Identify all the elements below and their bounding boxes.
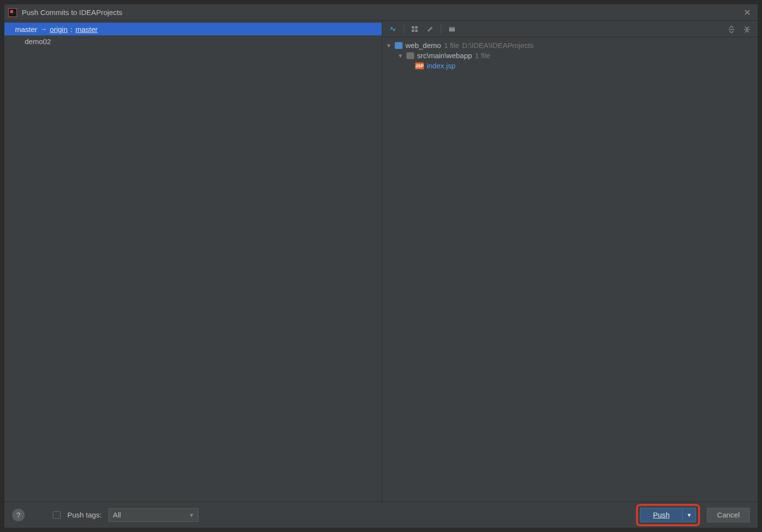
folder-icon xyxy=(406,52,414,59)
file-tree: ▼ web_demo 1 file D:\IDEA\IDEAProjects ▼… xyxy=(382,37,758,74)
chevron-down-icon: ▼ xyxy=(386,43,392,48)
dialog-footer: ? Push tags: All ▼ Push ▼ Cancel xyxy=(4,501,758,528)
files-toolbar xyxy=(382,21,758,37)
svg-rect-0 xyxy=(412,26,414,29)
remote-branch: master xyxy=(76,25,98,33)
chevron-down-icon: ▼ xyxy=(398,53,404,59)
intellij-icon xyxy=(8,8,17,17)
tree-file[interactable]: JSP index.jsp xyxy=(386,61,754,71)
push-tags-select[interactable]: All ▼ xyxy=(109,508,199,522)
group-by-icon[interactable] xyxy=(408,23,421,35)
push-dialog: Push Commits to IDEAProjects ✕ master → … xyxy=(4,4,758,528)
svg-rect-5 xyxy=(449,27,455,28)
module-icon xyxy=(395,42,403,49)
push-dropdown-icon[interactable]: ▼ xyxy=(682,508,696,522)
arrow-icon: → xyxy=(40,25,47,33)
tree-root[interactable]: ▼ web_demo 1 file D:\IDEA\IDEAProjects xyxy=(386,40,754,50)
cancel-button[interactable]: Cancel xyxy=(707,508,750,522)
root-meta: 1 file xyxy=(444,41,459,49)
root-path: D:\IDEA\IDEAProjects xyxy=(462,41,534,49)
commits-pane: master → origin : master demo02 xyxy=(4,21,382,501)
chevron-down-icon: ▼ xyxy=(189,512,194,518)
show-diff-icon[interactable] xyxy=(386,23,400,35)
separator xyxy=(404,24,404,34)
svg-rect-1 xyxy=(415,26,418,29)
files-pane: ▼ web_demo 1 file D:\IDEA\IDEAProjects ▼… xyxy=(382,21,758,501)
dialog-body: master → origin : master demo02 xyxy=(4,21,758,501)
collapse-all-icon[interactable] xyxy=(740,23,754,35)
titlebar: Push Commits to IDEAProjects ✕ xyxy=(4,4,758,21)
branch-row[interactable]: master → origin : master xyxy=(4,23,382,35)
select-value: All xyxy=(113,511,121,519)
push-tags-label: Push tags: xyxy=(67,511,102,519)
separator xyxy=(441,24,441,34)
dialog-title: Push Commits to IDEAProjects xyxy=(22,8,741,16)
svg-rect-2 xyxy=(412,30,414,32)
push-button[interactable]: Push ▼ xyxy=(640,508,696,522)
jsp-icon: JSP xyxy=(415,63,424,69)
folder-name: src\main\webapp xyxy=(417,51,472,60)
push-label: Push xyxy=(640,511,682,519)
help-button[interactable]: ? xyxy=(12,509,25,521)
expand-all-icon[interactable] xyxy=(725,23,738,35)
sep: : xyxy=(71,25,73,33)
preview-icon[interactable] xyxy=(445,23,459,35)
close-icon[interactable]: ✕ xyxy=(741,6,754,19)
file-name: index.jsp xyxy=(427,62,455,70)
svg-rect-3 xyxy=(415,30,418,32)
commit-item[interactable]: demo02 xyxy=(4,35,382,46)
local-branch: master xyxy=(15,25,37,33)
tree-folder[interactable]: ▼ src\main\webapp 1 file xyxy=(386,50,754,61)
remote-name: origin xyxy=(50,25,68,33)
push-highlight: Push ▼ xyxy=(636,504,700,526)
edit-icon[interactable] xyxy=(423,23,437,35)
push-tags-checkbox[interactable] xyxy=(53,511,61,519)
folder-meta: 1 file xyxy=(475,51,490,60)
root-name: web_demo xyxy=(405,41,441,49)
